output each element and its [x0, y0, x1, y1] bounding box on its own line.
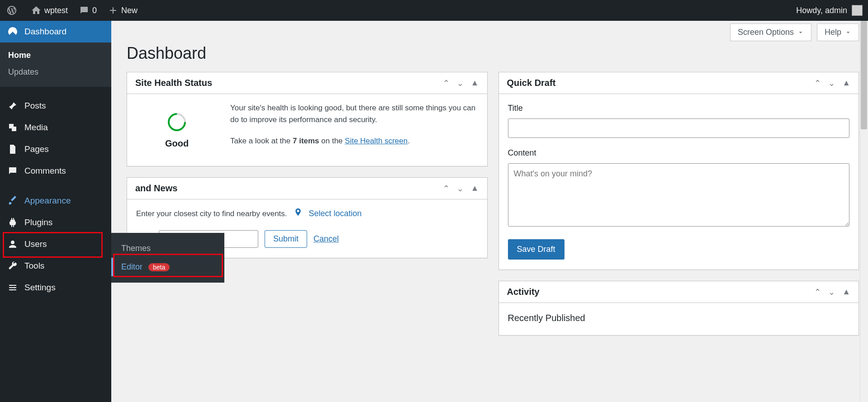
events-prompt-row: Enter your closest city to find nearby e… — [136, 208, 478, 220]
panel-up-icon[interactable]: ⌃ — [814, 287, 821, 297]
recently-published-heading: Recently Published — [508, 311, 850, 325]
panel-up-icon[interactable]: ⌃ — [814, 78, 821, 88]
panel-down-icon[interactable]: ⌄ — [457, 184, 464, 194]
sidebar-settings-label: Settings — [24, 283, 56, 293]
sidebar-tools-label: Tools — [24, 261, 44, 271]
page-title: Dashboard — [127, 44, 859, 63]
new-content-link[interactable]: New — [102, 0, 143, 21]
panel-up-icon[interactable]: ⌃ — [443, 78, 450, 88]
dashboard-columns: Site Health Status ⌃ ⌄ ▲ Good Y — [127, 72, 859, 336]
sidebar-item-tools[interactable]: Tools — [0, 255, 111, 277]
cancel-link[interactable]: Cancel — [313, 233, 339, 246]
site-health-items: 7 items — [293, 137, 319, 145]
admin-bar-left: wptest 0 New — [1, 0, 143, 21]
col-left: Site Health Status ⌃ ⌄ ▲ Good Y — [127, 72, 488, 336]
sidebar-media-label: Media — [24, 123, 48, 132]
scrollbar-track[interactable] — [860, 21, 868, 402]
site-health-text: Your site's health is looking good, but … — [230, 102, 478, 156]
activity-body: Recently Published — [499, 303, 859, 335]
wordpress-icon — [6, 5, 17, 16]
screen-options-button[interactable]: Screen Options — [730, 24, 811, 41]
qd-content-textarea[interactable] — [508, 163, 850, 227]
site-health-title: Site Health Status — [135, 78, 212, 88]
site-health-body: Good Your site's health is looking good,… — [127, 94, 487, 166]
site-health-head: Site Health Status ⌃ ⌄ ▲ — [127, 72, 487, 94]
sidebar-comments-label: Comments — [24, 166, 66, 176]
users-icon — [7, 239, 18, 250]
svg-point-2 — [11, 289, 13, 291]
settings-icon — [7, 282, 18, 293]
site-health-row: Good Your site's health is looking good,… — [136, 102, 478, 156]
comments-link[interactable]: 0 — [73, 0, 102, 21]
user-greeting[interactable]: Howdy, admin — [796, 6, 847, 15]
activity-panel: Activity ⌃ ⌄ ▲ Recently Published — [498, 281, 859, 336]
select-location-link[interactable]: Select location — [309, 208, 362, 220]
wp-logo[interactable] — [1, 0, 25, 21]
screen-options-label: Screen Options — [738, 28, 794, 37]
svg-point-1 — [14, 287, 15, 288]
panel-down-icon[interactable]: ⌄ — [828, 287, 835, 297]
quick-draft-controls: ⌃ ⌄ ▲ — [814, 78, 850, 88]
sidebar-users-label: Users — [24, 239, 47, 249]
qd-title-input[interactable] — [508, 118, 850, 138]
avatar[interactable] — [852, 5, 863, 16]
help-button[interactable]: Help — [817, 24, 859, 41]
panel-up-icon[interactable]: ⌃ — [443, 184, 450, 194]
brush-icon — [7, 195, 18, 206]
scrollbar-thumb[interactable] — [861, 21, 867, 129]
events-controls: ⌃ ⌄ ▲ — [443, 184, 479, 194]
location-icon — [294, 208, 303, 220]
sidebar-item-plugins[interactable]: Plugins — [0, 212, 111, 233]
dashboard-icon — [7, 26, 18, 37]
top-buttons: Screen Options Help — [127, 21, 859, 41]
admin-bar: wptest 0 New Howdy, admin — [0, 0, 868, 21]
sidebar-item-appearance[interactable]: Appearance — [0, 190, 111, 212]
panel-toggle-icon[interactable]: ▲ — [471, 184, 479, 194]
panel-toggle-icon[interactable]: ▲ — [842, 287, 850, 297]
qd-content-label: Content — [508, 147, 850, 160]
site-health-controls: ⌃ ⌄ ▲ — [443, 78, 479, 88]
pages-icon — [7, 144, 18, 155]
submenu-home[interactable]: Home — [0, 47, 111, 64]
new-label: New — [121, 6, 138, 15]
appearance-flyout: Themes Editor beta — [111, 233, 224, 283]
svg-point-0 — [10, 285, 12, 286]
panel-toggle-icon[interactable]: ▲ — [471, 78, 479, 88]
wrench-icon — [7, 260, 18, 271]
comments-count: 0 — [92, 6, 97, 15]
site-health-followup: Take a look at the 7 items on the Site H… — [230, 135, 478, 147]
site-health-status: Good — [165, 137, 189, 151]
chevron-down-icon — [797, 29, 804, 36]
panel-toggle-icon[interactable]: ▲ — [842, 78, 850, 88]
sidebar-item-dashboard[interactable]: Dashboard — [0, 21, 111, 43]
admin-sidebar: Dashboard Home Updates Posts Media Pages… — [0, 21, 111, 402]
comment-icon — [79, 5, 90, 16]
panel-down-icon[interactable]: ⌄ — [457, 78, 464, 88]
plugin-icon — [7, 217, 18, 228]
pin-icon — [7, 100, 18, 111]
qd-title-label: Title — [508, 102, 850, 115]
comments-icon — [7, 166, 18, 176]
flyout-themes[interactable]: Themes — [111, 239, 224, 258]
sidebar-plugins-label: Plugins — [24, 218, 52, 227]
submit-button[interactable]: Submit — [265, 230, 307, 248]
sidebar-item-users[interactable]: Users — [0, 233, 111, 255]
site-health-link[interactable]: Site Health screen — [345, 137, 408, 145]
site-name-link[interactable]: wptest — [25, 0, 73, 21]
media-icon — [7, 122, 18, 133]
beta-badge: beta — [148, 263, 170, 271]
sidebar-dashboard-label: Dashboard — [24, 27, 66, 37]
quick-draft-head: Quick Draft ⌃ ⌄ ▲ — [499, 72, 859, 94]
sidebar-item-posts[interactable]: Posts — [0, 95, 111, 117]
flyout-editor-label: Editor — [121, 262, 142, 271]
sidebar-item-media[interactable]: Media — [0, 117, 111, 138]
sidebar-item-settings[interactable]: Settings — [0, 277, 111, 298]
save-draft-button[interactable]: Save Draft — [508, 239, 564, 260]
flyout-editor[interactable]: Editor beta — [111, 258, 224, 276]
quick-draft-title: Quick Draft — [507, 78, 556, 88]
panel-down-icon[interactable]: ⌄ — [828, 78, 835, 88]
submenu-updates[interactable]: Updates — [0, 64, 111, 80]
admin-bar-right: Howdy, admin — [796, 5, 867, 16]
sidebar-item-pages[interactable]: Pages — [0, 138, 111, 160]
sidebar-item-comments[interactable]: Comments — [0, 160, 111, 182]
